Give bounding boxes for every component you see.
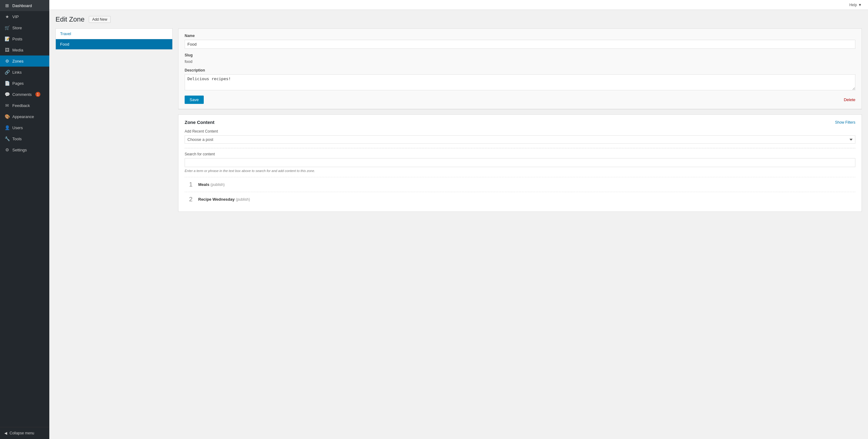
search-input[interactable] xyxy=(185,158,855,167)
name-field-group: Name xyxy=(185,34,855,49)
add-new-button[interactable]: Add New xyxy=(89,16,111,23)
zone-list-item-food[interactable]: Food xyxy=(56,39,172,49)
sidebar-item-appearance[interactable]: 🎨 Appearance xyxy=(0,111,49,122)
store-icon: 🛒 xyxy=(4,25,10,30)
right-panel: Name Slug food Description Save xyxy=(178,28,862,212)
help-label: Help xyxy=(849,3,857,7)
item-title: Recipe Wednesday xyxy=(198,197,235,201)
item-title: Meals xyxy=(198,182,209,187)
add-recent-section: Add Recent Content Choose a post xyxy=(185,129,855,144)
zone-content-title: Zone Content xyxy=(185,120,215,125)
sidebar-item-label-media: Media xyxy=(12,48,23,53)
collapse-icon: ◀ xyxy=(4,431,7,435)
sidebar-item-comments[interactable]: 💬 Comments 1 xyxy=(0,89,49,100)
description-label: Description xyxy=(185,68,855,72)
sidebar-item-pages[interactable]: 📄 Pages xyxy=(0,78,49,89)
sidebar: ⊞ Dashboard ★ VIP 🛒 Store 📝 Posts 🖼 Medi… xyxy=(0,0,49,439)
sidebar-item-tools[interactable]: 🔧 Tools xyxy=(0,133,49,144)
edit-fields-section: Name Slug food Description Save xyxy=(179,29,862,109)
zones-icon: ⚙ xyxy=(4,59,10,63)
comments-badge: 1 xyxy=(35,92,40,97)
feedback-icon: ✉ xyxy=(4,103,10,108)
content-list-item: 1 Meals (publish) xyxy=(185,177,855,192)
search-label: Search for content xyxy=(185,152,855,156)
search-section: Search for content Enter a term or phras… xyxy=(185,152,855,173)
help-arrow-icon: ▼ xyxy=(858,3,862,7)
tools-icon: 🔧 xyxy=(4,136,10,141)
sidebar-item-label-appearance: Appearance xyxy=(12,114,34,119)
page-title: Edit Zone xyxy=(56,15,85,24)
sidebar-item-label-settings: Settings xyxy=(12,148,27,152)
sidebar-item-label-users: Users xyxy=(12,125,23,130)
edit-zone-layout: TravelFood Name Slug food xyxy=(56,28,862,212)
zone-content-panel: Zone Content Show Filters Add Recent Con… xyxy=(178,114,862,212)
show-filters-link[interactable]: Show Filters xyxy=(835,120,855,125)
links-icon: 🔗 xyxy=(4,70,10,74)
sidebar-item-label-comments: Comments xyxy=(12,92,32,97)
slug-value: food xyxy=(185,59,855,64)
sidebar-item-store[interactable]: 🛒 Store xyxy=(0,22,49,33)
sidebar-item-media[interactable]: 🖼 Media xyxy=(0,44,49,56)
sidebar-item-label-tools: Tools xyxy=(12,136,22,141)
action-row: Save Delete xyxy=(185,96,855,104)
item-status: (publish) xyxy=(211,183,225,187)
item-title-area: Meals (publish) xyxy=(198,182,225,187)
posts-icon: 📝 xyxy=(4,36,10,41)
edit-panel: Name Slug food Description Save xyxy=(178,28,862,109)
name-input[interactable] xyxy=(185,40,855,49)
sidebar-item-settings[interactable]: ⚙ Settings xyxy=(0,144,49,155)
item-status: (publish) xyxy=(236,197,250,201)
delete-link[interactable]: Delete xyxy=(844,97,855,102)
sidebar-item-label-posts: Posts xyxy=(12,37,23,41)
page-content: Edit Zone Add New TravelFood Name xyxy=(49,10,868,439)
comments-icon: 💬 xyxy=(4,92,10,97)
description-input[interactable] xyxy=(185,74,855,90)
zone-content-header: Zone Content Show Filters xyxy=(185,120,855,125)
sidebar-item-label-links: Links xyxy=(12,70,22,74)
sidebar-item-label-dashboard: Dashboard xyxy=(12,3,32,8)
zone-list-item-travel[interactable]: Travel xyxy=(56,29,172,39)
sidebar-item-label-pages: Pages xyxy=(12,81,24,86)
choose-post-select[interactable]: Choose a post xyxy=(185,135,855,144)
sidebar-item-label-zones: Zones xyxy=(12,59,24,63)
save-button[interactable]: Save xyxy=(185,96,204,104)
search-hint: Enter a term or phrase in the text box a… xyxy=(185,169,855,173)
users-icon: 👤 xyxy=(4,125,10,130)
pages-icon: 📄 xyxy=(4,81,10,86)
media-icon: 🖼 xyxy=(4,48,10,53)
sidebar-item-label-store: Store xyxy=(12,26,22,30)
slug-label: Slug xyxy=(185,53,855,57)
zone-list: TravelFood xyxy=(56,28,173,50)
content-list-item: 2 Recipe Wednesday (publish) xyxy=(185,192,855,207)
sidebar-item-label-vip: VIP xyxy=(12,14,19,19)
sidebar-item-zones[interactable]: ⚙ Zones xyxy=(0,56,49,67)
sidebar-item-vip[interactable]: ★ VIP xyxy=(0,11,49,22)
topbar: Help ▼ xyxy=(49,0,868,10)
dashboard-icon: ⊞ xyxy=(4,3,10,8)
main-content-area: Help ▼ Edit Zone Add New TravelFood Name xyxy=(49,0,868,439)
page-title-area: Edit Zone Add New xyxy=(56,15,862,24)
item-title-area: Recipe Wednesday (publish) xyxy=(198,197,250,201)
item-number: 2 xyxy=(187,196,194,203)
sidebar-item-links[interactable]: 🔗 Links xyxy=(0,67,49,78)
content-list: 1 Meals (publish) 2 Recipe Wednesday (pu… xyxy=(185,177,855,207)
add-recent-label: Add Recent Content xyxy=(185,129,855,133)
settings-icon: ⚙ xyxy=(4,147,10,152)
slug-field-group: Slug food xyxy=(185,53,855,64)
help-button[interactable]: Help ▼ xyxy=(849,3,862,7)
sidebar-item-label-feedback: Feedback xyxy=(12,103,30,108)
name-label: Name xyxy=(185,34,855,38)
sidebar-item-feedback[interactable]: ✉ Feedback xyxy=(0,100,49,111)
collapse-menu-label: Collapse menu xyxy=(9,431,34,435)
appearance-icon: 🎨 xyxy=(4,114,10,119)
sidebar-item-posts[interactable]: 📝 Posts xyxy=(0,33,49,44)
sidebar-item-dashboard[interactable]: ⊞ Dashboard xyxy=(0,0,49,11)
sidebar-item-users[interactable]: 👤 Users xyxy=(0,122,49,133)
item-number: 1 xyxy=(187,181,194,188)
collapse-menu-button[interactable]: ◀ Collapse menu xyxy=(0,427,49,439)
separator xyxy=(185,148,855,148)
vip-icon: ★ xyxy=(4,14,10,19)
description-field-group: Description xyxy=(185,68,855,91)
